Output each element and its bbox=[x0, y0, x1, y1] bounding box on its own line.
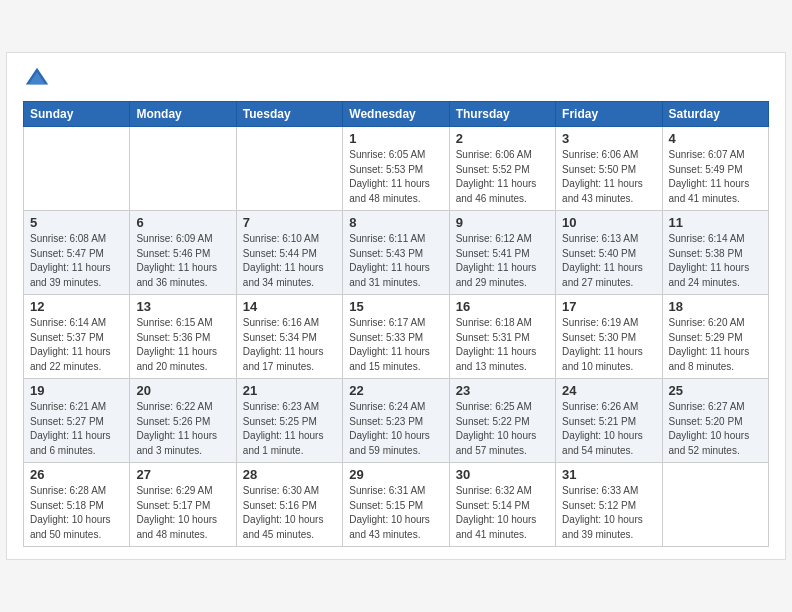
calendar-cell: 28Sunrise: 6:30 AM Sunset: 5:16 PM Dayli… bbox=[236, 463, 342, 547]
day-info: Sunrise: 6:12 AM Sunset: 5:41 PM Dayligh… bbox=[456, 232, 549, 290]
day-number: 29 bbox=[349, 467, 442, 482]
day-number: 25 bbox=[669, 383, 762, 398]
logo-icon bbox=[23, 65, 51, 93]
day-number: 19 bbox=[30, 383, 123, 398]
calendar-cell: 8Sunrise: 6:11 AM Sunset: 5:43 PM Daylig… bbox=[343, 211, 449, 295]
day-info: Sunrise: 6:33 AM Sunset: 5:12 PM Dayligh… bbox=[562, 484, 655, 542]
calendar-cell: 20Sunrise: 6:22 AM Sunset: 5:26 PM Dayli… bbox=[130, 379, 236, 463]
day-info: Sunrise: 6:06 AM Sunset: 5:52 PM Dayligh… bbox=[456, 148, 549, 206]
day-number: 3 bbox=[562, 131, 655, 146]
logo bbox=[23, 65, 55, 93]
day-info: Sunrise: 6:23 AM Sunset: 5:25 PM Dayligh… bbox=[243, 400, 336, 458]
calendar-cell: 18Sunrise: 6:20 AM Sunset: 5:29 PM Dayli… bbox=[662, 295, 768, 379]
calendar-cell: 12Sunrise: 6:14 AM Sunset: 5:37 PM Dayli… bbox=[24, 295, 130, 379]
calendar-cell: 29Sunrise: 6:31 AM Sunset: 5:15 PM Dayli… bbox=[343, 463, 449, 547]
calendar-cell: 3Sunrise: 6:06 AM Sunset: 5:50 PM Daylig… bbox=[556, 127, 662, 211]
calendar-cell: 11Sunrise: 6:14 AM Sunset: 5:38 PM Dayli… bbox=[662, 211, 768, 295]
day-info: Sunrise: 6:07 AM Sunset: 5:49 PM Dayligh… bbox=[669, 148, 762, 206]
day-number: 1 bbox=[349, 131, 442, 146]
day-number: 24 bbox=[562, 383, 655, 398]
week-row-5: 26Sunrise: 6:28 AM Sunset: 5:18 PM Dayli… bbox=[24, 463, 769, 547]
day-info: Sunrise: 6:18 AM Sunset: 5:31 PM Dayligh… bbox=[456, 316, 549, 374]
weekday-header-monday: Monday bbox=[130, 102, 236, 127]
day-number: 30 bbox=[456, 467, 549, 482]
weekday-header-row: SundayMondayTuesdayWednesdayThursdayFrid… bbox=[24, 102, 769, 127]
weekday-header-wednesday: Wednesday bbox=[343, 102, 449, 127]
day-info: Sunrise: 6:14 AM Sunset: 5:38 PM Dayligh… bbox=[669, 232, 762, 290]
day-info: Sunrise: 6:19 AM Sunset: 5:30 PM Dayligh… bbox=[562, 316, 655, 374]
calendar-cell: 1Sunrise: 6:05 AM Sunset: 5:53 PM Daylig… bbox=[343, 127, 449, 211]
calendar-table: SundayMondayTuesdayWednesdayThursdayFrid… bbox=[23, 101, 769, 547]
day-info: Sunrise: 6:09 AM Sunset: 5:46 PM Dayligh… bbox=[136, 232, 229, 290]
day-info: Sunrise: 6:08 AM Sunset: 5:47 PM Dayligh… bbox=[30, 232, 123, 290]
calendar-cell: 6Sunrise: 6:09 AM Sunset: 5:46 PM Daylig… bbox=[130, 211, 236, 295]
calendar-header bbox=[23, 65, 769, 93]
day-number: 8 bbox=[349, 215, 442, 230]
day-number: 20 bbox=[136, 383, 229, 398]
calendar-cell bbox=[24, 127, 130, 211]
day-number: 23 bbox=[456, 383, 549, 398]
calendar-cell: 25Sunrise: 6:27 AM Sunset: 5:20 PM Dayli… bbox=[662, 379, 768, 463]
calendar-container: SundayMondayTuesdayWednesdayThursdayFrid… bbox=[6, 52, 786, 560]
day-number: 18 bbox=[669, 299, 762, 314]
weekday-header-tuesday: Tuesday bbox=[236, 102, 342, 127]
day-number: 7 bbox=[243, 215, 336, 230]
calendar-cell bbox=[236, 127, 342, 211]
day-number: 13 bbox=[136, 299, 229, 314]
calendar-cell: 26Sunrise: 6:28 AM Sunset: 5:18 PM Dayli… bbox=[24, 463, 130, 547]
calendar-cell: 10Sunrise: 6:13 AM Sunset: 5:40 PM Dayli… bbox=[556, 211, 662, 295]
day-info: Sunrise: 6:16 AM Sunset: 5:34 PM Dayligh… bbox=[243, 316, 336, 374]
calendar-cell: 27Sunrise: 6:29 AM Sunset: 5:17 PM Dayli… bbox=[130, 463, 236, 547]
calendar-cell: 5Sunrise: 6:08 AM Sunset: 5:47 PM Daylig… bbox=[24, 211, 130, 295]
day-info: Sunrise: 6:13 AM Sunset: 5:40 PM Dayligh… bbox=[562, 232, 655, 290]
day-number: 26 bbox=[30, 467, 123, 482]
day-number: 27 bbox=[136, 467, 229, 482]
day-number: 22 bbox=[349, 383, 442, 398]
day-number: 9 bbox=[456, 215, 549, 230]
day-info: Sunrise: 6:28 AM Sunset: 5:18 PM Dayligh… bbox=[30, 484, 123, 542]
day-info: Sunrise: 6:27 AM Sunset: 5:20 PM Dayligh… bbox=[669, 400, 762, 458]
day-number: 31 bbox=[562, 467, 655, 482]
day-info: Sunrise: 6:24 AM Sunset: 5:23 PM Dayligh… bbox=[349, 400, 442, 458]
calendar-cell: 17Sunrise: 6:19 AM Sunset: 5:30 PM Dayli… bbox=[556, 295, 662, 379]
day-info: Sunrise: 6:25 AM Sunset: 5:22 PM Dayligh… bbox=[456, 400, 549, 458]
calendar-cell: 31Sunrise: 6:33 AM Sunset: 5:12 PM Dayli… bbox=[556, 463, 662, 547]
calendar-cell: 13Sunrise: 6:15 AM Sunset: 5:36 PM Dayli… bbox=[130, 295, 236, 379]
day-number: 17 bbox=[562, 299, 655, 314]
day-info: Sunrise: 6:22 AM Sunset: 5:26 PM Dayligh… bbox=[136, 400, 229, 458]
day-info: Sunrise: 6:10 AM Sunset: 5:44 PM Dayligh… bbox=[243, 232, 336, 290]
day-info: Sunrise: 6:30 AM Sunset: 5:16 PM Dayligh… bbox=[243, 484, 336, 542]
day-info: Sunrise: 6:20 AM Sunset: 5:29 PM Dayligh… bbox=[669, 316, 762, 374]
day-info: Sunrise: 6:17 AM Sunset: 5:33 PM Dayligh… bbox=[349, 316, 442, 374]
day-info: Sunrise: 6:11 AM Sunset: 5:43 PM Dayligh… bbox=[349, 232, 442, 290]
calendar-cell: 4Sunrise: 6:07 AM Sunset: 5:49 PM Daylig… bbox=[662, 127, 768, 211]
calendar-cell: 14Sunrise: 6:16 AM Sunset: 5:34 PM Dayli… bbox=[236, 295, 342, 379]
day-info: Sunrise: 6:05 AM Sunset: 5:53 PM Dayligh… bbox=[349, 148, 442, 206]
calendar-cell: 15Sunrise: 6:17 AM Sunset: 5:33 PM Dayli… bbox=[343, 295, 449, 379]
day-info: Sunrise: 6:06 AM Sunset: 5:50 PM Dayligh… bbox=[562, 148, 655, 206]
day-number: 4 bbox=[669, 131, 762, 146]
calendar-cell: 19Sunrise: 6:21 AM Sunset: 5:27 PM Dayli… bbox=[24, 379, 130, 463]
weekday-header-saturday: Saturday bbox=[662, 102, 768, 127]
day-info: Sunrise: 6:14 AM Sunset: 5:37 PM Dayligh… bbox=[30, 316, 123, 374]
calendar-cell: 16Sunrise: 6:18 AM Sunset: 5:31 PM Dayli… bbox=[449, 295, 555, 379]
calendar-cell: 2Sunrise: 6:06 AM Sunset: 5:52 PM Daylig… bbox=[449, 127, 555, 211]
day-info: Sunrise: 6:21 AM Sunset: 5:27 PM Dayligh… bbox=[30, 400, 123, 458]
day-number: 6 bbox=[136, 215, 229, 230]
calendar-cell: 24Sunrise: 6:26 AM Sunset: 5:21 PM Dayli… bbox=[556, 379, 662, 463]
calendar-cell: 9Sunrise: 6:12 AM Sunset: 5:41 PM Daylig… bbox=[449, 211, 555, 295]
day-number: 5 bbox=[30, 215, 123, 230]
day-info: Sunrise: 6:29 AM Sunset: 5:17 PM Dayligh… bbox=[136, 484, 229, 542]
day-info: Sunrise: 6:31 AM Sunset: 5:15 PM Dayligh… bbox=[349, 484, 442, 542]
weekday-header-sunday: Sunday bbox=[24, 102, 130, 127]
calendar-cell bbox=[662, 463, 768, 547]
day-number: 10 bbox=[562, 215, 655, 230]
week-row-2: 5Sunrise: 6:08 AM Sunset: 5:47 PM Daylig… bbox=[24, 211, 769, 295]
calendar-cell: 22Sunrise: 6:24 AM Sunset: 5:23 PM Dayli… bbox=[343, 379, 449, 463]
day-number: 14 bbox=[243, 299, 336, 314]
calendar-cell: 7Sunrise: 6:10 AM Sunset: 5:44 PM Daylig… bbox=[236, 211, 342, 295]
day-number: 2 bbox=[456, 131, 549, 146]
day-number: 11 bbox=[669, 215, 762, 230]
week-row-3: 12Sunrise: 6:14 AM Sunset: 5:37 PM Dayli… bbox=[24, 295, 769, 379]
week-row-1: 1Sunrise: 6:05 AM Sunset: 5:53 PM Daylig… bbox=[24, 127, 769, 211]
